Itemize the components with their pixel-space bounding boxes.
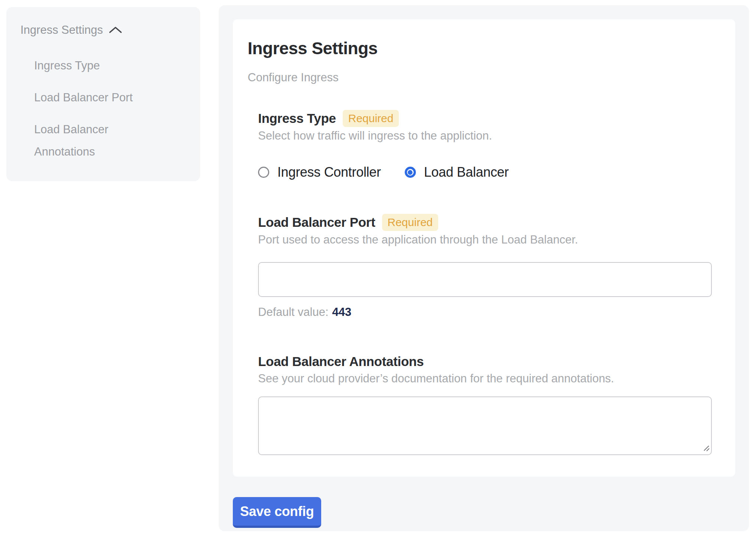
ingress-type-radio-group: Ingress Controller Load Balancer xyxy=(258,164,720,180)
ingress-type-description: Select how traffic will ingress to the a… xyxy=(258,129,720,143)
sidebar-item-load-balancer-annotations[interactable]: Load Balancer Annotations xyxy=(34,118,149,163)
sidebar-section-label: Ingress Settings xyxy=(20,22,103,38)
section-load-balancer-annotations: Load Balancer Annotations See your cloud… xyxy=(258,353,720,455)
form-sections: Ingress Type Required Select how traffic… xyxy=(258,110,720,455)
default-value-number: 443 xyxy=(332,306,352,318)
required-badge: Required xyxy=(343,110,399,127)
sidebar-item-ingress-type[interactable]: Ingress Type xyxy=(34,55,149,77)
radio-unselected-icon[interactable] xyxy=(258,167,269,178)
page-title: Ingress Settings xyxy=(248,39,720,58)
page-subtitle: Configure Ingress xyxy=(248,71,720,84)
sidebar-item-load-balancer-port[interactable]: Load Balancer Port xyxy=(34,86,149,109)
radio-load-balancer[interactable]: Load Balancer xyxy=(405,164,509,180)
radio-ingress-controller[interactable]: Ingress Controller xyxy=(258,164,381,180)
radio-load-balancer-label: Load Balancer xyxy=(424,164,509,180)
save-config-button[interactable]: Save config xyxy=(233,497,321,528)
default-value-label: Default value: xyxy=(258,306,329,318)
sidebar-section-ingress-settings[interactable]: Ingress Settings xyxy=(20,22,200,38)
ingress-settings-panel: Ingress Settings Configure Ingress Ingre… xyxy=(219,5,749,531)
load-balancer-port-description: Port used to access the application thro… xyxy=(258,233,720,246)
settings-sidebar: Ingress Settings Ingress Type Load Balan… xyxy=(6,7,200,181)
load-balancer-port-input[interactable] xyxy=(258,262,712,297)
radio-selected-icon[interactable] xyxy=(405,167,416,178)
load-balancer-annotations-textarea[interactable] xyxy=(258,396,712,455)
load-balancer-annotations-description: See your cloud provider’s documentation … xyxy=(258,372,720,385)
load-balancer-annotations-label: Load Balancer Annotations xyxy=(258,353,424,370)
section-load-balancer-port: Load Balancer Port Required Port used to… xyxy=(258,214,720,318)
sidebar-item-list: Ingress Type Load Balancer Port Load Bal… xyxy=(34,55,149,163)
ingress-settings-card: Ingress Settings Configure Ingress Ingre… xyxy=(233,19,735,477)
section-ingress-type: Ingress Type Required Select how traffic… xyxy=(258,110,720,180)
chevron-up-icon xyxy=(109,26,122,35)
required-badge: Required xyxy=(382,214,439,231)
load-balancer-port-label: Load Balancer Port xyxy=(258,214,375,231)
default-value-line: Default value:443 xyxy=(258,306,720,318)
ingress-type-label: Ingress Type xyxy=(258,110,336,127)
radio-ingress-controller-label: Ingress Controller xyxy=(277,164,381,180)
